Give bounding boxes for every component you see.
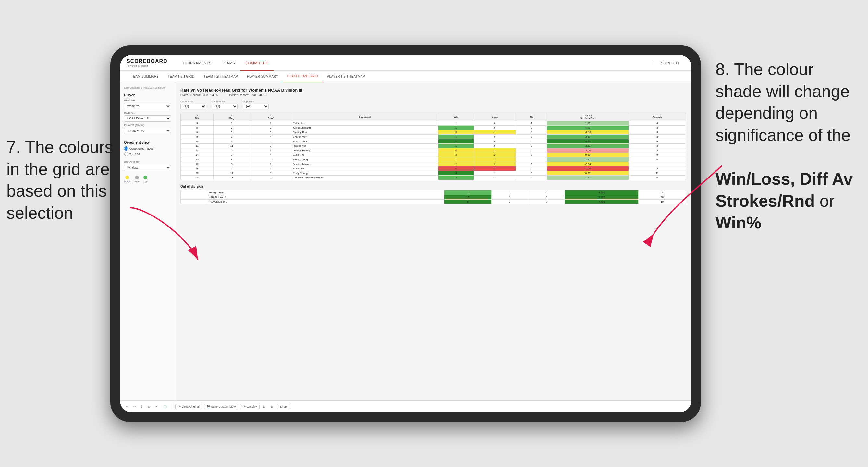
right-bold3: Win% xyxy=(715,213,761,232)
cell-diff: -1.00 xyxy=(547,130,628,135)
cell-diff: 4.500 xyxy=(565,190,639,195)
cell-win: 5 xyxy=(444,199,492,204)
share-btn[interactable]: Share xyxy=(277,404,290,409)
cell-win: 4 xyxy=(438,171,474,176)
cell-opponent: Alexis Sudjianto xyxy=(291,126,438,130)
table-row: 3 1 1 Esther Lee 1 0 1 1.50 4 xyxy=(181,121,686,126)
overall-record-value: 353 - 34 - 6 xyxy=(203,93,218,97)
top100-radio[interactable]: Top 100 xyxy=(124,152,171,156)
cell-win: 2 xyxy=(438,139,474,144)
colour-by-label: Colour by xyxy=(124,161,171,163)
left-panel: Last Updated: 27/03/2024 16:55:38 Player… xyxy=(120,83,175,401)
table-row: 633 Sydney Kuo 0 1 0 -1.00 3 xyxy=(181,130,686,135)
col-rounds: Rounds xyxy=(628,113,686,121)
gender-label: Gender xyxy=(124,99,171,102)
save-icon: 💾 xyxy=(207,405,210,408)
grid-table: #Div #Reg #Conf Opponent Win Loss Tie Di… xyxy=(180,113,686,180)
view-original-btn[interactable]: 👁 View: Original xyxy=(175,404,202,409)
save-custom-btn[interactable]: 💾 Save Custom View xyxy=(204,404,238,409)
cell-opponent: Sharon Mun xyxy=(291,135,438,139)
nav-separator: | xyxy=(652,61,653,65)
colour-by-select[interactable]: Win/loss xyxy=(124,164,171,171)
copy-btn[interactable]: ⊞ xyxy=(146,404,152,409)
grid-btn[interactable]: ⊞ xyxy=(269,404,275,409)
sub-nav-player-summary[interactable]: PLAYER SUMMARY xyxy=(242,71,283,83)
top-nav: SCOREBOARD Powered by clippd TOURNAMENTS… xyxy=(120,55,691,71)
cell-opponent: NAIA Division 1 xyxy=(207,195,444,199)
cell-win: 2 xyxy=(438,176,474,180)
grid-panel: Katelyn Vo Head-to-Head Grid for Women's… xyxy=(175,83,691,401)
cell-diff: 9.267 xyxy=(565,195,639,199)
watch-btn[interactable]: 👁 Watch ▾ xyxy=(240,404,259,409)
cell-loss: 1 xyxy=(474,157,516,162)
cell-div: 3 xyxy=(181,121,214,126)
grid-records: Overall Record: 353 - 34 - 6 Division Re… xyxy=(180,93,686,97)
cell-win: 2 xyxy=(438,153,474,157)
nav-items: TOURNAMENTS TEAMS COMMITTEE xyxy=(177,55,652,71)
col-loss: Loss xyxy=(474,113,516,121)
grid-title: Katelyn Vo Head-to-Head Grid for Women's… xyxy=(180,88,686,93)
cell-loss: 2 xyxy=(474,153,516,157)
player-rank-select[interactable]: 8. Katelyn Vo xyxy=(124,128,171,134)
nav-tournaments[interactable]: TOURNAMENTS xyxy=(177,55,217,71)
clock-btn[interactable]: 🕐 xyxy=(162,404,168,409)
col-div: #Div xyxy=(181,113,214,121)
table-row: NAIA Division 1 15 00 9.267 30 xyxy=(181,195,686,199)
cell-diff: 3.67 xyxy=(547,135,628,139)
cell-opponent: NCAA Division 2 xyxy=(207,199,444,204)
nav-committee[interactable]: COMMITTEE xyxy=(240,55,274,71)
bottom-toolbar: ↩ ↪ ⟩ ⊞ ✂ 🕐 👁 View: Original 💾 Save Cust… xyxy=(120,401,691,412)
top100-label: Top 100 xyxy=(129,153,140,156)
table-row: 11113 Heejo Hyun 1 00 3.33 3 xyxy=(181,144,686,148)
nav-teams[interactable]: TEAMS xyxy=(217,55,240,71)
overall-record-label: Overall Record: xyxy=(180,93,201,97)
gender-select[interactable]: Women's xyxy=(124,103,171,110)
cell-conf: 1 xyxy=(250,121,291,126)
cell-diff: 1.50 xyxy=(547,121,628,126)
filter-conference-group: Conference (All) xyxy=(212,100,238,110)
undo-btn[interactable]: ↩ xyxy=(124,404,130,409)
cell-reg: 1 xyxy=(214,121,250,126)
cell-diff: 1.25 xyxy=(547,157,628,162)
filter-opponents-select[interactable]: (All) xyxy=(180,103,206,110)
col-reg: #Reg xyxy=(214,113,250,121)
sign-out-link[interactable]: Sign out xyxy=(656,55,685,71)
table-row: Foreign Team 1 00 4.500 2 xyxy=(181,190,686,195)
cell-opponent: Federica Domecq Lacroze xyxy=(291,176,438,180)
last-updated: Last Updated: 27/03/2024 16:55:38 xyxy=(124,86,171,89)
nav-right: | Sign out xyxy=(652,55,685,71)
opponents-played-radio[interactable]: Opponents Played xyxy=(124,146,171,151)
cell-opponent: Emily Chang xyxy=(291,171,438,176)
view-icon: 👁 xyxy=(178,405,181,408)
redo-btn[interactable]: ↪ xyxy=(132,404,137,409)
cell-loss: 2 xyxy=(474,162,516,166)
sub-nav-team-h2h-heatmap[interactable]: TEAM H2H HEATMAP xyxy=(199,71,242,83)
sub-nav-player-h2h-grid[interactable]: PLAYER H2H GRID xyxy=(283,71,322,83)
cell-loss: 1 xyxy=(474,166,516,171)
filter-conference-select[interactable]: (All) xyxy=(212,103,238,110)
logo-text: SCOREBOARD xyxy=(127,58,167,64)
cell-loss: 1 xyxy=(474,130,516,135)
cell-win: 1 xyxy=(438,144,474,148)
filter-opponent-select[interactable]: (All) xyxy=(243,103,269,110)
level-dot xyxy=(135,176,139,180)
cell-opponent: Stella Cheng xyxy=(291,157,438,162)
sub-nav-team-summary[interactable]: TEAM SUMMARY xyxy=(127,71,163,83)
cell-win: 0 xyxy=(438,130,474,135)
view-original-label: View: Original xyxy=(182,405,199,408)
cell-diff: -0.94 xyxy=(547,162,628,166)
cell-opponent: Euna Lee xyxy=(291,166,438,171)
cell-opponent: Esther Lee xyxy=(291,121,438,126)
arrange-btn[interactable]: ⊟ xyxy=(261,404,268,409)
forward-btn[interactable]: ⟩ xyxy=(140,404,144,409)
cut-btn[interactable]: ✂ xyxy=(154,404,160,409)
logo-area: SCOREBOARD Powered by clippd xyxy=(127,58,167,67)
division-record-label: Division Record: xyxy=(228,93,249,97)
division-select[interactable]: NCAA Division III xyxy=(124,115,171,122)
table-row: 522 Alexis Sudjianto 1 0 0 4.00 3 xyxy=(181,126,686,130)
player-rank-label: Player (Rank) xyxy=(124,124,171,127)
filter-opponents-label: Opponents: xyxy=(180,100,206,103)
sub-nav-player-h2h-heatmap[interactable]: PLAYER H2H HEATMAP xyxy=(322,71,370,83)
sub-nav-team-h2h-grid[interactable]: TEAM H2H GRID xyxy=(163,71,199,83)
out-of-division-header: Out of division xyxy=(180,185,686,188)
